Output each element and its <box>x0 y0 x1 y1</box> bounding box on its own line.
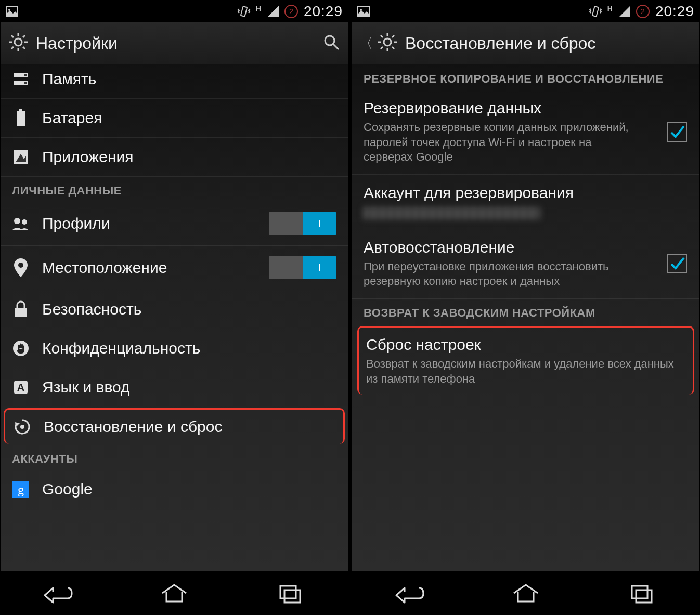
section-accounts: АККАУНТЫ <box>1 445 348 470</box>
svg-point-36 <box>360 9 362 11</box>
svg-line-12 <box>23 35 25 37</box>
item-label: Батарея <box>42 109 102 127</box>
item-label: Язык и ввод <box>42 378 130 396</box>
svg-rect-18 <box>24 74 27 76</box>
section-personal: ЛИЧНЫЕ ДАННЫЕ <box>1 177 348 202</box>
pref-title: Аккаунт для резервирования <box>364 184 688 202</box>
status-bar: H 2 20:29 <box>1 1 348 22</box>
svg-line-13 <box>11 47 14 49</box>
apps-icon <box>12 148 30 166</box>
item-label: Профили <box>42 215 110 232</box>
signal-icon <box>618 6 630 17</box>
svg-rect-33 <box>280 586 296 598</box>
item-label: Приложения <box>42 148 134 166</box>
section-backup-restore: РЕЗЕРВНОЕ КОПИРОВАНИЕ И ВОССТАНОВЛЕНИЕ <box>352 65 699 90</box>
backup-reset-screen: H 2 20:29 〈 Восстановление и сброс РЕЗЕР… <box>352 0 700 615</box>
svg-text:A: A <box>17 382 24 393</box>
svg-rect-19 <box>24 82 27 84</box>
nav-bar <box>1 571 348 614</box>
svg-line-10 <box>11 35 14 37</box>
item-label: Память <box>42 70 97 88</box>
network-type-label: H <box>256 4 261 12</box>
battery-icon <box>12 109 30 127</box>
redacted-account <box>364 207 540 219</box>
item-memory[interactable]: Память <box>1 65 348 99</box>
settings-list[interactable]: Память Батарея Приложения ЛИЧНЫЕ ДАННЫЕ … <box>1 65 348 571</box>
item-privacy[interactable]: Конфиденциальность <box>1 329 348 368</box>
item-battery[interactable]: Батарея <box>1 99 348 138</box>
location-icon <box>12 259 30 277</box>
pref-autorestore[interactable]: Автовосстановление При переустановке при… <box>352 229 699 299</box>
backup-reset-list[interactable]: РЕЗЕРВНОЕ КОПИРОВАНИЕ И ВОССТАНОВЛЕНИЕ Р… <box>352 65 699 571</box>
settings-gear-icon <box>8 32 29 55</box>
page-title: Восстановление и сброс <box>405 34 692 53</box>
svg-rect-2 <box>241 6 247 16</box>
nav-back[interactable] <box>389 580 431 606</box>
status-bar: H 2 20:29 <box>352 1 699 22</box>
svg-rect-50 <box>636 590 652 603</box>
nav-recent[interactable] <box>269 580 311 606</box>
svg-text:g: g <box>18 483 24 496</box>
svg-line-47 <box>392 35 394 37</box>
pref-backup-account[interactable]: Аккаунт для резервирования <box>352 175 699 229</box>
pref-title: Автовосстановление <box>364 239 688 256</box>
svg-point-30 <box>20 425 24 429</box>
svg-line-46 <box>392 47 394 49</box>
google-icon: g <box>12 480 30 498</box>
nav-home[interactable] <box>505 580 547 606</box>
item-apps[interactable]: Приложения <box>1 138 348 177</box>
app-bar: Настройки <box>1 22 348 65</box>
back-caret-icon[interactable]: 〈 <box>359 34 373 53</box>
item-profiles[interactable]: Профили I <box>1 202 348 246</box>
settings-gear-icon <box>377 32 398 55</box>
nav-home[interactable] <box>153 580 195 606</box>
app-bar[interactable]: 〈 Восстановление и сброс <box>352 22 699 65</box>
restore-icon <box>14 418 31 436</box>
item-backup-reset[interactable]: Восстановление и сброс <box>4 408 345 444</box>
sim2-indicator-icon: 2 <box>284 4 299 19</box>
svg-point-5 <box>15 38 22 46</box>
pref-backup-data[interactable]: Резервирование данных Сохранять резервны… <box>352 90 699 175</box>
svg-point-23 <box>14 218 20 224</box>
svg-line-15 <box>333 44 339 49</box>
pref-factory-reset[interactable]: Сброс настроек Возврат к заводским настр… <box>357 326 694 395</box>
pref-title: Сброс настроек <box>366 336 685 354</box>
nav-recent[interactable] <box>621 580 663 606</box>
item-security[interactable]: Безопасность <box>1 290 348 329</box>
photo-icon <box>357 6 370 17</box>
svg-rect-37 <box>592 6 599 16</box>
toggle-location[interactable]: I <box>269 256 336 279</box>
item-label: Google <box>42 480 93 498</box>
item-language[interactable]: A Язык и ввод <box>1 368 348 407</box>
item-location[interactable]: Местоположение I <box>1 246 348 290</box>
svg-point-40 <box>384 38 391 46</box>
svg-point-24 <box>22 219 27 225</box>
network-type-label: H <box>607 4 613 12</box>
settings-screen: H 2 20:29 Настройки Память <box>0 0 348 615</box>
vibrate-icon <box>237 5 251 18</box>
pref-title: Резервирование данных <box>364 99 688 117</box>
toggle-profiles[interactable]: I <box>269 212 336 235</box>
checkbox-autorestore[interactable] <box>667 254 687 273</box>
photo-icon <box>6 6 18 17</box>
hand-icon <box>12 339 30 357</box>
status-clock: 20:29 <box>304 3 343 20</box>
signal-icon <box>266 6 279 17</box>
section-factory-reset: ВОЗВРАТ К ЗАВОДСКИМ НАСТРОЙКАМ <box>352 299 699 324</box>
search-icon[interactable] <box>322 33 341 54</box>
svg-rect-34 <box>284 590 300 603</box>
nav-bar <box>352 571 699 614</box>
status-clock: 20:29 <box>655 3 694 20</box>
item-google[interactable]: g Google <box>1 470 348 508</box>
item-label: Конфиденциальность <box>42 339 200 357</box>
item-label: Восстановление и сброс <box>44 418 222 436</box>
item-label: Безопасность <box>42 300 141 318</box>
sim2-indicator-icon: 2 <box>636 4 650 19</box>
svg-line-11 <box>23 47 25 49</box>
svg-text:2: 2 <box>641 7 645 16</box>
svg-rect-20 <box>17 111 25 126</box>
svg-point-14 <box>325 36 334 45</box>
svg-rect-26 <box>15 308 27 317</box>
nav-back[interactable] <box>37 580 79 606</box>
checkbox
-backup[interactable] <box>667 122 687 142</box>
